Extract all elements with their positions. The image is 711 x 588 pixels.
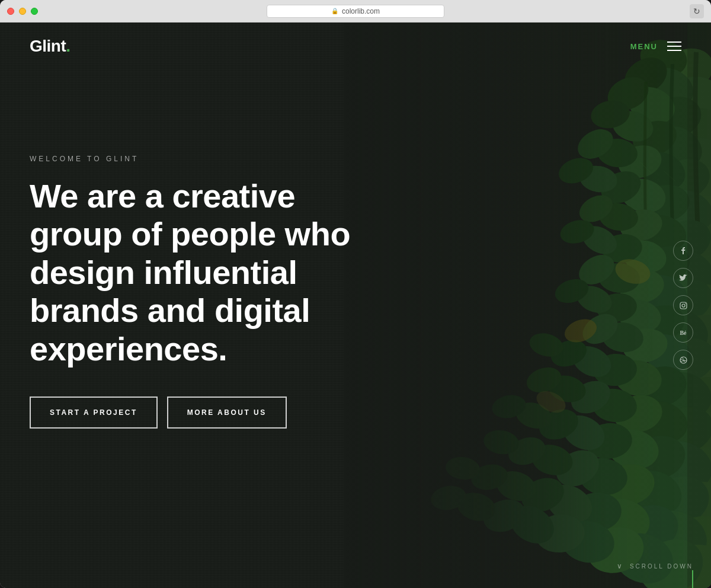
cta-buttons: START A PROJECT MORE ABOUT US — [30, 397, 385, 429]
menu-label: MENU — [630, 42, 658, 51]
nav-right: MENU — [630, 41, 681, 51]
scroll-chevron-icon: ∨ — [617, 562, 624, 570]
menu-button[interactable] — [667, 41, 681, 51]
instagram-icon[interactable] — [673, 295, 693, 315]
close-button[interactable] — [7, 8, 14, 15]
maximize-button[interactable] — [31, 8, 38, 15]
hamburger-line-2 — [667, 46, 681, 47]
behance-icon[interactable]: Bé — [673, 322, 693, 343]
behance-label: Bé — [680, 330, 686, 336]
more-about-us-button[interactable]: MORE ABOUT US — [167, 397, 287, 429]
hero-section: WELCOME TO GLINT We are a creative group… — [30, 155, 385, 429]
traffic-lights — [7, 8, 38, 15]
scroll-line — [692, 570, 693, 588]
social-icons: Bé — [673, 241, 693, 370]
headline: We are a creative group of people who de… — [30, 177, 385, 368]
svg-rect-121 — [680, 302, 687, 309]
navigation: Glint. MENU — [0, 23, 711, 70]
hamburger-line-3 — [667, 50, 681, 51]
welcome-text: WELCOME TO GLINT — [30, 155, 385, 163]
logo: Glint. — [30, 37, 71, 56]
start-project-button[interactable]: START A PROJECT — [30, 397, 158, 429]
svg-point-123 — [685, 303, 686, 303]
hamburger-line-1 — [667, 41, 681, 43]
refresh-button[interactable]: ↻ — [690, 4, 704, 18]
scroll-down[interactable]: ∨ SCROLL DOWN — [617, 562, 693, 570]
website-main: Glint. MENU WELCOME TO GLINT We are a cr… — [0, 23, 711, 588]
twitter-icon[interactable] — [673, 268, 693, 288]
logo-dot: . — [66, 37, 70, 55]
title-bar: 🔒 colorlib.com ↻ — [0, 0, 711, 23]
url-text: colorlib.com — [342, 7, 380, 15]
minimize-button[interactable] — [19, 8, 26, 15]
browser-window: 🔒 colorlib.com ↻ — [0, 0, 711, 588]
address-bar[interactable]: 🔒 colorlib.com — [267, 5, 444, 18]
svg-point-122 — [682, 304, 685, 307]
facebook-icon[interactable] — [673, 241, 693, 261]
lock-icon: 🔒 — [331, 8, 338, 14]
content-layer: Glint. MENU WELCOME TO GLINT We are a cr… — [0, 23, 711, 588]
dribbble-icon[interactable] — [673, 350, 693, 370]
scroll-down-label: SCROLL DOWN — [630, 563, 693, 570]
logo-text: Glint — [30, 37, 66, 55]
svg-point-124 — [680, 357, 687, 363]
